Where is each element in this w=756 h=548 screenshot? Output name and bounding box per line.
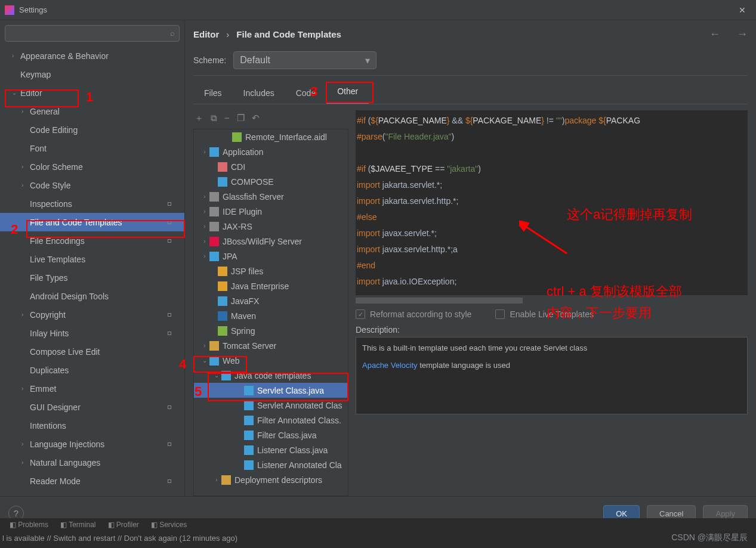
close-icon[interactable]: ✕: [733, 5, 751, 15]
livetpl-checkbox[interactable]: [495, 309, 505, 319]
tree-item[interactable]: Code Editing: [0, 120, 184, 139]
tpl-item[interactable]: Servlet Annotated Clas: [194, 398, 348, 413]
tree-item[interactable]: Reader Mode: [0, 472, 184, 490]
tree-item[interactable]: Font: [0, 139, 184, 157]
tpl-item[interactable]: JSP files: [194, 264, 348, 278]
tpl-item[interactable]: Filter Annotated Class.: [194, 413, 348, 428]
tpl-item[interactable]: ›Tomcat Server: [194, 338, 348, 353]
remove-icon[interactable]: −: [224, 113, 230, 124]
tree-item[interactable]: Inspections: [0, 194, 184, 213]
nav-back-icon[interactable]: ←: [709, 28, 720, 41]
tpl-item[interactable]: Maven: [194, 308, 348, 323]
tree-item[interactable]: Duplicates: [0, 361, 184, 379]
tree-item[interactable]: File Encodings: [0, 231, 184, 250]
tool-services[interactable]: ◧ Services: [151, 521, 187, 529]
search-icon: ⌕: [170, 29, 175, 38]
tpl-item[interactable]: ⌄Java code templates: [194, 368, 348, 383]
tpl-item[interactable]: ›JPA: [194, 249, 348, 264]
tree-item[interactable]: ›General: [0, 102, 184, 120]
reformat-checkbox[interactable]: ✓: [356, 309, 365, 319]
scheme-select[interactable]: Default: [233, 51, 377, 69]
scrollbar[interactable]: [356, 298, 523, 304]
tree-item[interactable]: ›Natural Languages: [0, 453, 184, 472]
template-tree[interactable]: Remote_Interface.aidl›ApplicationCDICOMP…: [193, 129, 348, 496]
tpl-item[interactable]: Servlet Class.java: [194, 383, 348, 398]
tree-item[interactable]: Inlay Hints: [0, 324, 184, 342]
tab-files[interactable]: Files: [193, 82, 233, 104]
tab-code[interactable]: Code: [285, 82, 326, 104]
tabs: FilesIncludesCodeOther: [193, 78, 748, 104]
app-logo-icon: [5, 5, 14, 15]
tree-item[interactable]: ›Copyright: [0, 305, 184, 324]
tpl-item[interactable]: ›JAX-RS: [194, 219, 348, 234]
tpl-item[interactable]: ›JBoss/WildFly Server: [194, 234, 348, 249]
search-input[interactable]: [5, 25, 180, 42]
tree-item[interactable]: Compose Live Edit: [0, 342, 184, 361]
window-title: Settings: [19, 5, 733, 14]
description-box: This is a built-in template used each ti…: [356, 337, 748, 414]
tpl-item[interactable]: Listener Class.java: [194, 442, 348, 457]
tool-terminal[interactable]: ◧ Terminal: [60, 521, 95, 529]
tpl-item[interactable]: Listener Annotated Cla: [194, 457, 348, 472]
copy-icon[interactable]: ⧉: [211, 113, 217, 124]
tool-problems[interactable]: ◧ Problems: [10, 521, 48, 529]
tpl-item[interactable]: ›IDE Plugin: [194, 204, 348, 219]
tree-item[interactable]: ›Color Scheme: [0, 157, 184, 176]
tpl-item[interactable]: ›Glassfish Server: [194, 189, 348, 204]
tab-includes[interactable]: Includes: [233, 82, 285, 104]
breadcrumb-b: File and Code Templates: [236, 29, 341, 39]
tpl-item[interactable]: ›Deployment descriptors: [194, 472, 348, 487]
tpl-item[interactable]: ›Application: [194, 144, 348, 159]
tpl-item[interactable]: COMPOSE: [194, 174, 348, 189]
tree-item[interactable]: ›Code Style: [0, 176, 184, 194]
reformat-label: Reformat according to style: [370, 309, 471, 319]
tree-item[interactable]: ›Appearance & Behavior: [0, 47, 184, 65]
tpl-item[interactable]: Filter Class.java: [194, 428, 348, 442]
breadcrumb-a: Editor: [193, 29, 219, 39]
tpl-item[interactable]: Spring: [194, 323, 348, 338]
undo-icon[interactable]: ↶: [252, 113, 260, 124]
nav-fwd-icon[interactable]: →: [737, 28, 748, 41]
tree-item[interactable]: ›Emmet: [0, 379, 184, 398]
tree-item[interactable]: ›Language Injections: [0, 435, 184, 453]
tpl-item[interactable]: Java Enterprise: [194, 278, 348, 293]
watermark: CSDN @满眼尽星辰: [671, 532, 748, 543]
duplicate-icon[interactable]: ❐: [237, 113, 245, 124]
tpl-item[interactable]: JavaFX: [194, 293, 348, 308]
tree-item[interactable]: ⌄Editor: [0, 83, 184, 102]
breadcrumb-sep: ›: [226, 29, 229, 39]
livetpl-label: Enable Live Templates: [510, 309, 594, 319]
tree-item[interactable]: Keymap: [0, 65, 184, 83]
tree-item[interactable]: File and Code Templates: [0, 213, 184, 231]
code-editor[interactable]: #if (${PACKAGE_NAME} && ${PACKAGE_NAME} …: [356, 110, 748, 295]
tab-other[interactable]: Other: [326, 81, 369, 104]
tpl-item[interactable]: CDI: [194, 159, 348, 174]
settings-tree[interactable]: ›Appearance & BehaviorKeymap⌄Editor›Gene…: [0, 47, 184, 496]
tree-item[interactable]: Intentions: [0, 416, 184, 435]
tree-item[interactable]: GUI Designer: [0, 398, 184, 416]
tpl-item[interactable]: ⌄Web: [194, 353, 348, 368]
add-icon[interactable]: ＋: [195, 113, 203, 124]
tree-item[interactable]: Android Design Tools: [0, 287, 184, 305]
tool-profiler[interactable]: ◧ Profiler: [108, 521, 139, 529]
tree-item[interactable]: File Types: [0, 268, 184, 287]
velocity-link[interactable]: Apache Velocity: [362, 361, 418, 370]
description-label: Description:: [356, 325, 748, 335]
tree-item[interactable]: Live Templates: [0, 250, 184, 268]
status-message: l is available // Switch and restart // …: [0, 531, 756, 545]
tpl-item[interactable]: Remote_Interface.aidl: [194, 129, 348, 144]
scheme-label: Scheme:: [193, 55, 226, 65]
